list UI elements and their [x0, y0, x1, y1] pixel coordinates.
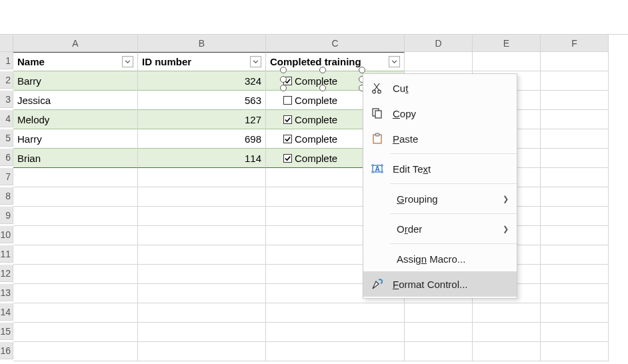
- select-all-corner[interactable]: [0, 35, 13, 52]
- filter-button[interactable]: [250, 56, 261, 67]
- empty-cell[interactable]: [266, 342, 405, 361]
- empty-cell[interactable]: [473, 342, 541, 361]
- cell-id[interactable]: 563: [138, 91, 266, 110]
- row-header-2[interactable]: 2: [0, 71, 13, 89]
- checkbox-control[interactable]: Complete: [283, 114, 337, 125]
- filter-button[interactable]: [389, 56, 400, 67]
- empty-cell[interactable]: [405, 342, 473, 361]
- menu-label: Assign Macro...: [397, 253, 509, 265]
- empty-cell[interactable]: [541, 323, 609, 342]
- empty-cell[interactable]: [13, 284, 138, 303]
- empty-cell[interactable]: [541, 284, 609, 303]
- context-menu-format-control[interactable]: Format Control...: [363, 271, 517, 297]
- empty-cell[interactable]: [13, 168, 138, 187]
- row-header-6[interactable]: 6: [0, 149, 13, 166]
- cell-name[interactable]: Harry: [13, 129, 138, 149]
- empty-cell[interactable]: [473, 323, 541, 342]
- empty-cell[interactable]: [138, 342, 266, 361]
- empty-cell[interactable]: [13, 265, 138, 284]
- empty-cell[interactable]: [138, 265, 266, 284]
- empty-cell[interactable]: [541, 265, 609, 284]
- checkbox-control[interactable]: Complete: [283, 133, 337, 145]
- empty-cell[interactable]: [138, 226, 266, 245]
- empty-cell[interactable]: [266, 303, 405, 323]
- empty-cell[interactable]: [13, 207, 138, 226]
- cell-name[interactable]: Barry: [13, 71, 138, 91]
- table-header-name[interactable]: Name: [13, 52, 138, 71]
- empty-cell[interactable]: [13, 323, 138, 342]
- empty-cell[interactable]: [138, 323, 266, 342]
- row-header-11[interactable]: 11: [0, 245, 13, 263]
- empty-cell[interactable]: [405, 303, 473, 323]
- empty-cell[interactable]: [541, 303, 609, 323]
- row-header-15[interactable]: 15: [0, 323, 13, 340]
- row-header-1[interactable]: 1: [0, 52, 13, 69]
- empty-cell[interactable]: [473, 303, 541, 323]
- empty-cell[interactable]: [13, 342, 138, 361]
- table-header-training[interactable]: Completed training: [266, 52, 405, 71]
- row-header-9[interactable]: 9: [0, 207, 13, 224]
- checkbox-control[interactable]: Complete: [283, 95, 337, 106]
- table-header-id[interactable]: ID number: [138, 52, 266, 71]
- empty-cell[interactable]: [541, 187, 609, 207]
- empty-cell[interactable]: [541, 342, 609, 361]
- row-header-16[interactable]: 16: [0, 342, 13, 359]
- empty-cell[interactable]: [541, 91, 609, 110]
- empty-cell[interactable]: [541, 129, 609, 149]
- row-header-8[interactable]: 8: [0, 187, 13, 205]
- column-header-A[interactable]: A: [13, 35, 138, 52]
- cell-id[interactable]: 324: [138, 71, 266, 91]
- row-header-13[interactable]: 13: [0, 284, 13, 301]
- column-header-B[interactable]: B: [138, 35, 266, 52]
- empty-cell[interactable]: [473, 52, 541, 71]
- column-header-F[interactable]: F: [541, 35, 609, 52]
- empty-cell[interactable]: [13, 245, 138, 265]
- empty-cell[interactable]: [541, 226, 609, 245]
- empty-cell[interactable]: [13, 187, 138, 207]
- row-header-10[interactable]: 10: [0, 226, 13, 243]
- context-menu-cut[interactable]: Cut: [363, 75, 517, 101]
- empty-cell[interactable]: [138, 284, 266, 303]
- empty-cell[interactable]: [13, 226, 138, 245]
- column-header-D[interactable]: D: [405, 35, 473, 52]
- empty-cell[interactable]: [266, 323, 405, 342]
- empty-cell[interactable]: [541, 71, 609, 91]
- cell-name[interactable]: Melody: [13, 110, 138, 129]
- row-header-3[interactable]: 3: [0, 91, 13, 108]
- checkbox-control[interactable]: Complete: [283, 153, 337, 164]
- empty-cell[interactable]: [138, 187, 266, 207]
- empty-cell[interactable]: [541, 245, 609, 265]
- row-header-4[interactable]: 4: [0, 110, 13, 127]
- row-header-5[interactable]: 5: [0, 129, 13, 147]
- cell-id[interactable]: 698: [138, 129, 266, 149]
- checkbox-control[interactable]: Complete: [283, 75, 337, 87]
- row-header-7[interactable]: 7: [0, 168, 13, 185]
- row-header-12[interactable]: 12: [0, 265, 13, 282]
- context-menu-paste[interactable]: Paste: [363, 126, 517, 151]
- cell-name[interactable]: Brian: [13, 149, 138, 168]
- empty-cell[interactable]: [13, 303, 138, 323]
- context-menu-order[interactable]: Order ❯: [363, 216, 517, 241]
- cell-name[interactable]: Jessica: [13, 91, 138, 110]
- row-header-14[interactable]: 14: [0, 303, 13, 321]
- column-header-E[interactable]: E: [473, 35, 541, 52]
- empty-cell[interactable]: [541, 52, 609, 71]
- cell-id[interactable]: 127: [138, 110, 266, 129]
- empty-cell[interactable]: [138, 303, 266, 323]
- context-menu-copy[interactable]: Copy: [363, 101, 517, 126]
- empty-cell[interactable]: [405, 323, 473, 342]
- context-menu-grouping[interactable]: Grouping ❯: [363, 186, 517, 211]
- empty-cell[interactable]: [138, 207, 266, 226]
- filter-button[interactable]: [122, 56, 133, 67]
- empty-cell[interactable]: [138, 245, 266, 265]
- cell-id[interactable]: 114: [138, 149, 266, 168]
- context-menu-edit-text[interactable]: A Edit Text: [363, 156, 517, 181]
- context-menu-assign-macro[interactable]: Assign Macro...: [363, 246, 517, 271]
- empty-cell[interactable]: [541, 110, 609, 129]
- empty-cell[interactable]: [138, 168, 266, 187]
- empty-cell[interactable]: [541, 168, 609, 187]
- empty-cell[interactable]: [541, 207, 609, 226]
- column-header-C[interactable]: C: [266, 35, 405, 52]
- empty-cell[interactable]: [541, 149, 609, 168]
- empty-cell[interactable]: [405, 52, 473, 71]
